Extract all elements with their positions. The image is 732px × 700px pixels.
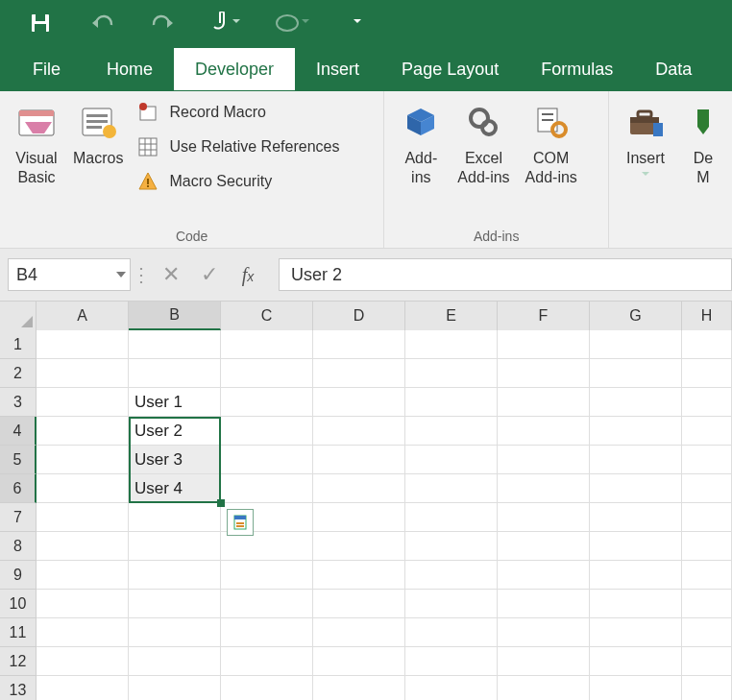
cell-F11[interactable] xyxy=(498,618,590,647)
cell-E5[interactable] xyxy=(405,446,498,474)
cell-H5[interactable] xyxy=(682,446,732,474)
visual-basic-button[interactable]: Visual Basic xyxy=(8,97,65,193)
row-header-1[interactable]: 1 xyxy=(0,330,37,359)
cell-F9[interactable] xyxy=(498,561,590,590)
cell-F5[interactable] xyxy=(498,446,590,474)
cell-G12[interactable] xyxy=(590,647,682,676)
cell-D3[interactable] xyxy=(313,388,405,417)
cell-E11[interactable] xyxy=(405,618,498,647)
row-header-7[interactable]: 7 xyxy=(0,503,37,532)
cell-A9[interactable] xyxy=(37,561,129,590)
cell-A12[interactable] xyxy=(37,647,129,676)
cell-C3[interactable] xyxy=(221,388,313,417)
cell-B1[interactable] xyxy=(129,330,221,359)
tab-formulas[interactable]: Formulas xyxy=(520,48,634,90)
cell-C13[interactable] xyxy=(221,676,313,700)
record-macro-button[interactable]: Record Macro xyxy=(136,101,339,124)
cell-A13[interactable] xyxy=(37,676,129,700)
cell-E8[interactable] xyxy=(405,532,498,561)
col-header-A[interactable]: A xyxy=(37,302,129,330)
tab-home[interactable]: Home xyxy=(85,48,174,90)
cell-E1[interactable] xyxy=(405,330,498,359)
cell-E2[interactable] xyxy=(405,359,498,388)
col-header-G[interactable]: G xyxy=(590,302,682,330)
cell-C12[interactable] xyxy=(221,647,313,676)
col-header-B[interactable]: B xyxy=(129,302,221,330)
row-header-5[interactable]: 5 xyxy=(0,446,37,474)
save-button[interactable] xyxy=(27,10,54,36)
cell-F4[interactable] xyxy=(498,417,590,446)
cell-H13[interactable] xyxy=(682,676,732,700)
row-header-6[interactable]: 6 xyxy=(0,474,37,503)
cell-F2[interactable] xyxy=(498,359,590,388)
cell-E13[interactable] xyxy=(405,676,498,700)
cell-G4[interactable] xyxy=(590,417,682,446)
formula-input[interactable]: User 2 xyxy=(279,258,732,291)
col-header-C[interactable]: C xyxy=(221,302,313,330)
cell-G9[interactable] xyxy=(590,561,682,590)
cell-C5[interactable] xyxy=(221,446,313,474)
cell-D1[interactable] xyxy=(313,330,405,359)
cell-C2[interactable] xyxy=(221,359,313,388)
col-header-D[interactable]: D xyxy=(313,302,405,330)
cell-E6[interactable] xyxy=(405,474,498,503)
cell-H1[interactable] xyxy=(682,330,732,359)
cell-H2[interactable] xyxy=(682,359,732,388)
cell-D5[interactable] xyxy=(313,446,405,474)
cell-H8[interactable] xyxy=(682,532,732,561)
cell-B4[interactable]: User 2 xyxy=(129,417,221,446)
cell-A7[interactable] xyxy=(37,503,129,532)
cell-G5[interactable] xyxy=(590,446,682,474)
email-button[interactable] xyxy=(275,13,309,33)
cell-G7[interactable] xyxy=(590,503,682,532)
cell-A8[interactable] xyxy=(37,532,129,561)
cell-H9[interactable] xyxy=(682,561,732,590)
enter-formula-button[interactable]: ✓ xyxy=(190,258,229,291)
cell-D13[interactable] xyxy=(313,676,405,700)
insert-controls-button[interactable]: Insert xyxy=(617,97,674,187)
design-mode-button[interactable]: De M xyxy=(674,97,724,187)
redo-button[interactable] xyxy=(150,10,177,36)
macro-security-button[interactable]: Macro Security xyxy=(136,170,339,193)
cell-D6[interactable] xyxy=(313,474,405,503)
cell-H10[interactable] xyxy=(682,590,732,618)
cell-H7[interactable] xyxy=(682,503,732,532)
tab-developer[interactable]: Developer xyxy=(174,48,295,90)
cell-F1[interactable] xyxy=(498,330,590,359)
cell-C9[interactable] xyxy=(221,561,313,590)
col-header-H[interactable]: H xyxy=(682,302,732,330)
cell-D12[interactable] xyxy=(313,647,405,676)
cell-D10[interactable] xyxy=(313,590,405,618)
cell-A1[interactable] xyxy=(37,330,129,359)
cell-G11[interactable] xyxy=(590,618,682,647)
cell-E10[interactable] xyxy=(405,590,498,618)
cell-H3[interactable] xyxy=(682,388,732,417)
cell-E9[interactable] xyxy=(405,561,498,590)
row-header-12[interactable]: 12 xyxy=(0,647,37,676)
cell-F7[interactable] xyxy=(498,503,590,532)
cell-C6[interactable] xyxy=(221,474,313,503)
cell-F10[interactable] xyxy=(498,590,590,618)
cell-B6[interactable]: User 4 xyxy=(129,474,221,503)
cell-E7[interactable] xyxy=(405,503,498,532)
cell-A2[interactable] xyxy=(37,359,129,388)
cell-H11[interactable] xyxy=(682,618,732,647)
cell-B5[interactable]: User 3 xyxy=(129,446,221,474)
cell-G13[interactable] xyxy=(590,676,682,700)
cell-G3[interactable] xyxy=(590,388,682,417)
macros-button[interactable]: Macros xyxy=(65,97,131,193)
cell-C4[interactable] xyxy=(221,417,313,446)
cell-D8[interactable] xyxy=(313,532,405,561)
cell-C10[interactable] xyxy=(221,590,313,618)
customize-qat-button[interactable] xyxy=(344,10,371,36)
name-box[interactable]: B4 xyxy=(8,258,131,291)
tab-data[interactable]: Data xyxy=(634,48,713,90)
cell-H6[interactable] xyxy=(682,474,732,503)
cell-E12[interactable] xyxy=(405,647,498,676)
cell-G2[interactable] xyxy=(590,359,682,388)
addins-button[interactable]: Add- ins xyxy=(392,97,450,187)
cell-C11[interactable] xyxy=(221,618,313,647)
row-header-10[interactable]: 10 xyxy=(0,590,37,618)
row-header-8[interactable]: 8 xyxy=(0,532,37,561)
col-header-F[interactable]: F xyxy=(498,302,590,330)
